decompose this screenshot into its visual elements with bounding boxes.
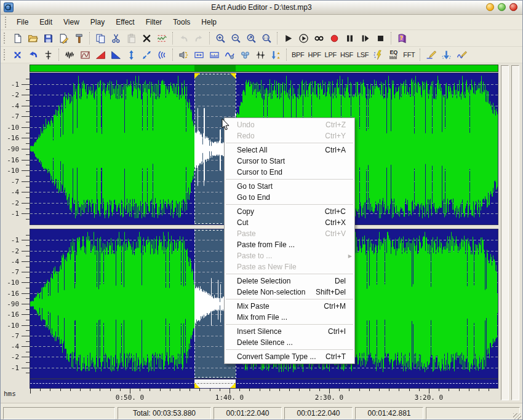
denoise-button[interactable]: [371, 48, 385, 61]
insert-silence-button[interactable]: [439, 48, 453, 61]
new-file-button[interactable]: [10, 31, 25, 45]
loop-button[interactable]: [312, 31, 326, 45]
file-properties-button[interactable]: [57, 31, 71, 45]
position-bar-selection: [194, 379, 236, 388]
context-menu-item-shortcut: Shift+Del: [316, 287, 346, 298]
play-button[interactable]: [281, 31, 295, 45]
pause-button[interactable]: [343, 31, 357, 45]
play-all-button[interactable]: [297, 31, 311, 45]
zoom-selection-button[interactable]: [244, 31, 258, 45]
zoom-in-button[interactable]: [214, 31, 228, 45]
edit-wave-button[interactable]: [455, 48, 469, 61]
context-menu-item-go-to-start[interactable]: Go to Start: [225, 181, 354, 192]
envelope-button[interactable]: [78, 48, 92, 61]
context-menu-item-undo[interactable]: UndoCtrl+Z: [225, 119, 354, 130]
context-menu-item-go-to-end[interactable]: Go to End: [225, 192, 354, 203]
chorus-button[interactable]: [238, 48, 252, 61]
tools-button[interactable]: [72, 31, 86, 45]
menubar-item-help[interactable]: Help: [196, 15, 222, 29]
title-bar[interactable]: EArt Audio Editor - D:\test.mp3: [1, 1, 522, 15]
fade-in-button[interactable]: [94, 48, 108, 61]
lsf-button[interactable]: LSF: [356, 48, 370, 61]
resample-button[interactable]: [207, 48, 222, 61]
position-bar[interactable]: [30, 379, 498, 388]
flanger-button[interactable]: [223, 48, 237, 61]
trim-button[interactable]: [155, 31, 169, 45]
copy-button[interactable]: [94, 31, 108, 45]
swap-channels-button[interactable]: [10, 48, 25, 61]
selection-end-marker-top[interactable]: [230, 73, 236, 79]
eq-button[interactable]: EQ: [386, 48, 401, 61]
context-menu-item-redo[interactable]: RedoCtrl+Y: [225, 130, 354, 141]
close-button[interactable]: [509, 3, 517, 11]
undo-button[interactable]: [177, 31, 191, 45]
context-menu-item-mix-from-file[interactable]: Mix from File ...: [225, 312, 354, 323]
context-menu-separator: [226, 274, 353, 274]
zoom-actual-button[interactable]: 1:1: [260, 31, 274, 45]
minimize-button[interactable]: [486, 3, 494, 11]
lpf-button[interactable]: LPF: [324, 48, 338, 61]
fade-out-button[interactable]: [109, 48, 123, 61]
open-file-button[interactable]: [26, 31, 40, 45]
delete-button[interactable]: [140, 31, 154, 45]
draw-wave-button[interactable]: [424, 48, 438, 61]
menubar-item-filter[interactable]: Filter: [140, 15, 168, 29]
noise-reduction-button[interactable]: [63, 48, 77, 61]
paste-button[interactable]: [124, 31, 138, 45]
reverse-button[interactable]: [26, 48, 40, 61]
hsf-button[interactable]: HSF: [339, 48, 354, 61]
context-menu-item-label: Delete Silence ...: [237, 337, 346, 348]
cut-button[interactable]: [109, 31, 123, 45]
context-menu-item-delete-silence[interactable]: Delete Silence ...: [225, 337, 354, 348]
maximize-button[interactable]: [498, 3, 506, 11]
menubar-item-play[interactable]: Play: [85, 15, 110, 29]
position-bar-selection-dashline: [194, 383, 236, 384]
speaker-effect-button[interactable]: [177, 48, 191, 61]
mixer-button[interactable]: [254, 48, 268, 61]
context-menu-separator: [226, 179, 353, 180]
menubar-item-effect[interactable]: Effect: [110, 15, 140, 29]
context-menu-item-cursor-to-end[interactable]: Cursor to End: [225, 167, 354, 178]
save-file-button[interactable]: [41, 31, 55, 45]
selection-start-marker-top[interactable]: [194, 73, 200, 79]
dc-offset-button[interactable]: [41, 48, 55, 61]
context-menu-item-delete-non-selection[interactable]: Delete Non-selectionShift+Del: [225, 287, 354, 298]
redo-button[interactable]: [192, 31, 206, 45]
context-menu-item-cursor-to-start[interactable]: Cursor to Start: [225, 156, 354, 167]
amplify-button[interactable]: [124, 48, 138, 61]
context-menu-item-insert-silence[interactable]: Insert SilenceCtrl+I: [225, 326, 354, 337]
context-menu-item-paste-from-file[interactable]: Paste from File ...: [225, 239, 354, 250]
stretch-button[interactable]: [140, 48, 154, 61]
menubar-item-file[interactable]: File: [11, 15, 34, 29]
help-button[interactable]: ?: [395, 31, 409, 45]
toolbar-separator: [209, 32, 210, 44]
resize-grip[interactable]: [513, 413, 521, 420]
fft-button[interactable]: FFT: [402, 48, 416, 61]
context-menu-item-copy[interactable]: CopyCtrl+C: [225, 206, 354, 217]
expand-button[interactable]: [192, 48, 206, 61]
overview-bar[interactable]: [30, 65, 498, 71]
context-menu-item-paste-to[interactable]: Paste to ...▶: [225, 250, 354, 261]
hpf-button[interactable]: HPF: [307, 48, 322, 61]
stop-button[interactable]: [373, 31, 388, 45]
context-menu-item-select-all[interactable]: Select AllCtrl+A: [225, 145, 354, 156]
context-menu-item-cut[interactable]: CutCtrl+X: [225, 217, 354, 228]
menubar-item-view[interactable]: View: [58, 15, 85, 29]
play-step-button[interactable]: [358, 31, 372, 45]
context-menu-item-paste[interactable]: PasteCtrl+V: [225, 228, 354, 239]
normalize-button[interactable]: [269, 48, 283, 61]
zoom-out-button[interactable]: [229, 31, 243, 45]
menubar-item-edit[interactable]: Edit: [34, 15, 58, 29]
context-menu-item-shortcut: Ctrl+I: [328, 326, 346, 337]
context-menu-item-mix-paste[interactable]: Mix PasteCtrl+M: [225, 301, 354, 312]
selection-start-marker-bottom[interactable]: [194, 382, 200, 388]
context-menu-item-delete-selection[interactable]: Delete SelectionDel: [225, 275, 354, 287]
record-button[interactable]: [327, 31, 341, 45]
context-menu-item-convert-sample-type[interactable]: Convert Sample Type ...Ctrl+T: [225, 351, 354, 362]
context-menu-item-paste-as-new-file[interactable]: Paste as New File: [225, 261, 354, 272]
toolbar-separator: [286, 49, 287, 61]
menubar-item-tools[interactable]: Tools: [167, 15, 196, 29]
bpf-button[interactable]: BPF: [290, 48, 306, 61]
selection-end-marker-bottom[interactable]: [230, 382, 236, 388]
reverb-button[interactable]: [155, 48, 169, 61]
